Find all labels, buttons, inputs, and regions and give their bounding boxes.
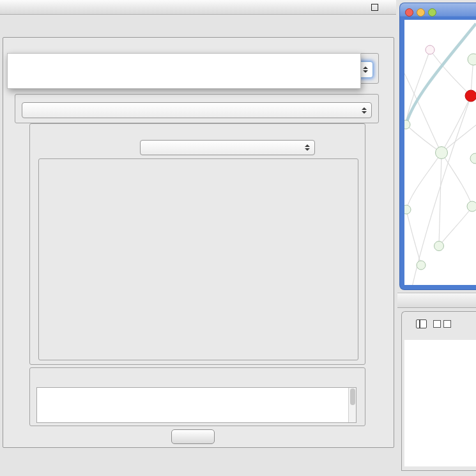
table-data-combobox[interactable]	[22, 102, 372, 118]
network-node[interactable]	[417, 261, 426, 270]
screen	[0, 0, 476, 476]
network-node[interactable]	[470, 153, 476, 164]
numerical-attributes-list[interactable]	[36, 387, 357, 423]
combo-stepper-icon	[362, 107, 367, 114]
network-node[interactable]	[467, 201, 476, 211]
column-visibility-icon[interactable]	[416, 319, 427, 328]
network-node[interactable]	[426, 45, 434, 54]
popup-placeholder	[8, 54, 360, 65]
checkbox-icon[interactable]	[443, 320, 451, 328]
combo-stepper-icon	[363, 66, 368, 73]
table-panel-window	[401, 311, 476, 471]
combo-stepper-icon	[305, 144, 310, 151]
table-header-row	[404, 340, 476, 351]
float-window-icon[interactable]	[371, 4, 378, 11]
network-node[interactable]	[434, 242, 444, 251]
network-node[interactable]	[436, 147, 448, 159]
intervals-count-combobox[interactable]	[140, 140, 315, 155]
popup-option-equal-width-frequency[interactable]	[8, 77, 360, 88]
control-panel-body	[3, 37, 394, 448]
network-view-window	[399, 3, 476, 290]
interval-definition-group	[29, 123, 365, 365]
attributes-to-discretize-group	[29, 367, 365, 426]
traffic-light-minimize-icon[interactable]	[417, 8, 425, 17]
thresholds-coordinates-group	[38, 158, 358, 360]
node-table	[404, 340, 476, 466]
network-edge-thick[interactable]	[406, 24, 476, 123]
network-node-selected[interactable]	[465, 90, 476, 102]
checkbox-icon[interactable]	[433, 320, 441, 328]
scrollbar[interactable]	[348, 388, 356, 422]
checkbox-icons	[433, 320, 451, 328]
network-canvas[interactable]	[404, 20, 476, 285]
top-tabs	[0, 19, 396, 37]
control-panel-titlebar	[0, 0, 396, 15]
traffic-light-zoom-icon[interactable]	[428, 8, 436, 17]
table-data-group	[15, 94, 379, 123]
table-panel-header	[397, 293, 476, 308]
network-node[interactable]	[468, 54, 476, 65]
traffic-light-close-icon[interactable]	[405, 8, 413, 17]
table-toolbar	[410, 316, 476, 332]
network-node[interactable]	[404, 120, 410, 129]
apply-button[interactable]	[171, 429, 215, 444]
network-node[interactable]	[404, 205, 411, 214]
scrollbar-thumb[interactable]	[350, 388, 355, 405]
algorithm-dropdown-popup	[7, 53, 361, 89]
popup-option-manual-discretization[interactable]	[8, 65, 360, 77]
network-nodes	[404, 45, 476, 270]
